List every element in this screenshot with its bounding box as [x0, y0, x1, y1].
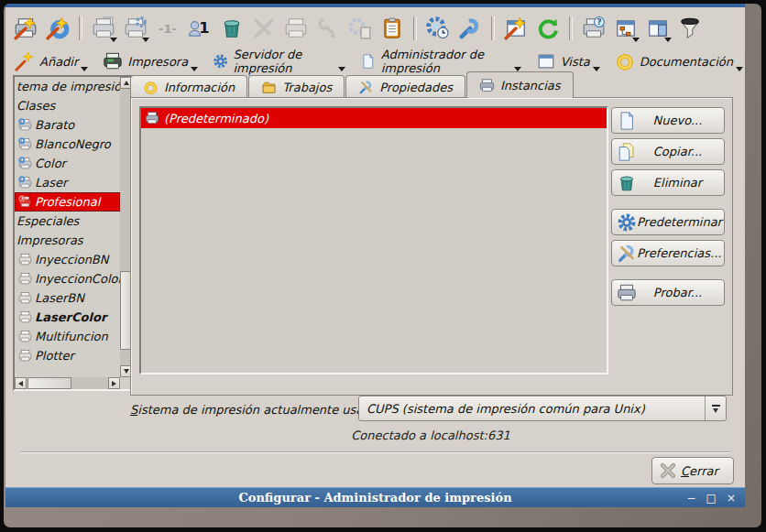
combobox-bar-icon	[712, 405, 720, 407]
printer-information-button[interactable]: ?	[579, 14, 608, 43]
list-item-profesional-selected[interactable]: Profesional	[15, 192, 120, 212]
button-label: Preferencias...	[637, 246, 727, 260]
list-item-laser[interactable]: Laser	[15, 173, 120, 192]
list-item-inyeccionbn[interactable]: InyeccionBN	[15, 250, 120, 269]
scroll-right-button[interactable]	[108, 377, 120, 389]
down-arrow-icon	[124, 369, 129, 374]
menu-printer[interactable]: Impresora	[103, 51, 200, 71]
printer-icon	[18, 272, 32, 286]
list-item-label: Impresoras	[16, 233, 83, 247]
close-window-button[interactable]: ×	[727, 492, 736, 505]
refresh-button[interactable]	[533, 14, 563, 43]
list-item-barato[interactable]: Barato	[15, 115, 120, 135]
restart-server-button[interactable]	[423, 14, 453, 43]
list-item-label: InyeccionBN	[35, 253, 109, 266]
list-item-color[interactable]: Color	[15, 154, 120, 173]
menu-add[interactable]: Añadir	[15, 51, 90, 71]
dropdown-arrow-icon	[664, 38, 672, 42]
menu-add-label: Añadir	[39, 55, 78, 69]
close-dialog-button[interactable]: Cerrar	[651, 457, 734, 484]
remove-instance-button[interactable]: Eliminar	[611, 169, 725, 196]
view-mode-button[interactable]	[611, 14, 640, 43]
set-default-instance-button[interactable]: Predeterminar	[611, 209, 725, 235]
menu-caret-icon	[338, 67, 345, 71]
left-arrow-icon	[18, 381, 23, 386]
printer-driver-button[interactable]	[345, 14, 375, 43]
menu-view[interactable]: Vista	[536, 51, 602, 71]
horizontal-scrollbar[interactable]	[15, 377, 120, 389]
list-item-label: Color	[35, 157, 66, 170]
configure-printer-button[interactable]	[249, 14, 279, 43]
printer-state-button[interactable]	[121, 14, 150, 43]
new-instance-button[interactable]: Nuevo...	[611, 107, 725, 134]
tools-icon	[358, 80, 374, 95]
list-item-multifuncion[interactable]: Multifuncion	[15, 327, 120, 346]
accelerator: C	[681, 464, 689, 478]
menu-printer-label: Impresora	[127, 55, 188, 69]
print-system-combobox[interactable]: CUPS (sistema de impresión común para Un…	[358, 396, 727, 421]
list-item-inyeccioncolor[interactable]: InyeccionColor	[15, 269, 120, 288]
test-instance-button[interactable]: Probar...	[611, 279, 725, 306]
list-item-label: Especiales	[16, 214, 79, 228]
instance-settings-button[interactable]: Preferencias...	[611, 240, 725, 266]
toolbar-separator	[413, 16, 417, 40]
combobox-arrow-button[interactable]	[705, 396, 726, 420]
set-local-default-button[interactable]: -1-	[153, 14, 182, 43]
list-item-label: tema de impresión	[16, 80, 120, 93]
list-item-blanconegro[interactable]: BlancoNegro	[15, 135, 120, 154]
list-item-lasercolor-default[interactable]: LaserColor	[15, 308, 120, 327]
tab-propiedades[interactable]: Propiedades	[345, 75, 465, 98]
help-ring-icon	[615, 51, 635, 71]
print-with-copies-button[interactable]	[89, 14, 118, 43]
window-frame: -1- 1 ? Añadir Impresora Servidor de imp…	[4, 4, 761, 527]
tab-label: Trabajos	[282, 81, 332, 94]
horizontal-scroll-thumb[interactable]	[27, 377, 71, 389]
instance-row-default-selected[interactable]: (Predeterminado)	[141, 108, 607, 128]
set-user-default-button[interactable]: 1	[185, 14, 214, 43]
printer-tools-button[interactable]	[313, 14, 343, 43]
printer-icon	[18, 291, 32, 305]
list-item-classes[interactable]: Clases	[15, 96, 120, 115]
maximize-button[interactable]: □	[706, 492, 717, 505]
printer-icon	[284, 16, 308, 40]
window-icon	[536, 51, 556, 71]
list-item-print-system[interactable]: tema de impresión	[15, 77, 120, 96]
svg-text:1: 1	[199, 19, 209, 37]
printer-question-icon: ?	[582, 16, 606, 40]
list-item-especiales[interactable]: Especiales	[15, 212, 120, 231]
filter-button[interactable]	[675, 14, 705, 43]
add-special-printer-button[interactable]	[43, 14, 72, 43]
printer-class-red-icon	[18, 195, 32, 209]
minimize-button[interactable]: −	[687, 492, 696, 505]
remove-printer-button[interactable]	[217, 14, 246, 43]
menu-documentation[interactable]: Documentación	[615, 51, 745, 71]
configure-manager-button[interactable]	[501, 14, 531, 43]
dropdown-arrow-icon	[110, 38, 117, 42]
instances-list: (Predeterminado)	[139, 106, 608, 375]
label-text: istema de impresión actualmente usado:	[137, 403, 382, 417]
copy-instance-button[interactable]: Copiar...	[611, 138, 725, 165]
tab-instancias-active[interactable]: Instancias	[466, 71, 574, 98]
printer-list-viewport: tema de impresión Clases Barato BlancoNe…	[15, 77, 120, 377]
list-item-label: Laser	[35, 176, 67, 190]
tab-informacion[interactable]: Información	[130, 75, 247, 98]
menu-caret-icon	[191, 67, 198, 71]
add-printer-button[interactable]	[11, 14, 40, 43]
test-printer-button[interactable]	[281, 14, 311, 43]
gear-icon	[617, 212, 637, 233]
view-print-jobs-button[interactable]	[378, 14, 407, 43]
scroll-left-button[interactable]	[15, 377, 27, 389]
view-layout-button[interactable]	[643, 14, 673, 43]
tab-trabajos[interactable]: Trabajos	[248, 75, 345, 98]
window-titlebar[interactable]: Configurar - Administrador de impresión …	[5, 487, 745, 507]
list-item-laserbn[interactable]: LaserBN	[15, 288, 120, 308]
menu-print-server[interactable]: Servidor de impresión	[213, 48, 347, 75]
printer-icon	[18, 349, 32, 363]
configure-server-button[interactable]	[455, 14, 485, 43]
folder-icon	[261, 80, 277, 95]
list-item-impresoras[interactable]: Impresoras	[15, 231, 120, 250]
combobox-value: CUPS (sistema de impresión común para Un…	[359, 402, 705, 416]
list-item-plotter[interactable]: Plotter	[15, 346, 120, 365]
window-wand-icon	[504, 16, 528, 40]
combobox-down-arrow-icon	[713, 408, 718, 413]
